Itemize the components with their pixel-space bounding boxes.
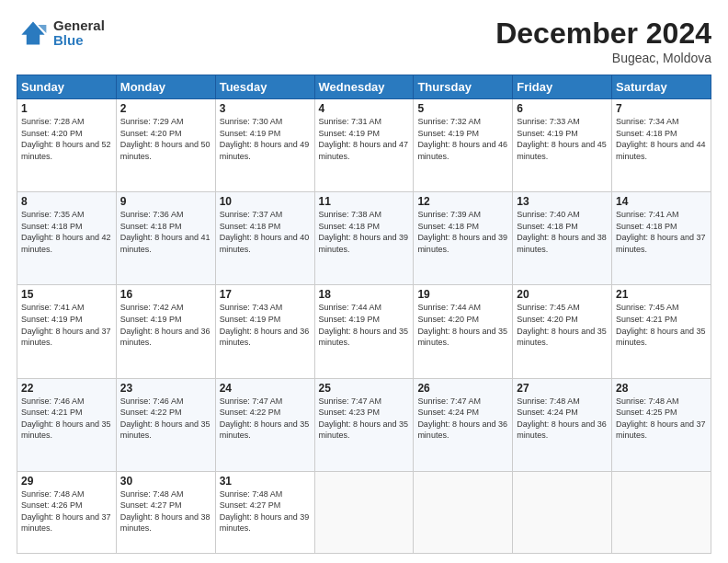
header: General Blue December 2024 Bugeac, Moldo… [17, 17, 711, 65]
day-3: 3 Sunrise: 7:30 AMSunset: 4:19 PMDayligh… [215, 99, 314, 192]
day-10: 10 Sunrise: 7:37 AMSunset: 4:18 PMDaylig… [215, 192, 314, 285]
day-21: 21 Sunrise: 7:45 AMSunset: 4:21 PMDaylig… [612, 285, 711, 378]
day-22: 22 Sunrise: 7:46 AMSunset: 4:21 PMDaylig… [17, 378, 117, 471]
day-23: 23 Sunrise: 7:46 AMSunset: 4:22 PMDaylig… [116, 378, 215, 471]
day-9: 9 Sunrise: 7:36 AMSunset: 4:18 PMDayligh… [116, 192, 215, 285]
day-19: 19 Sunrise: 7:44 AMSunset: 4:20 PMDaylig… [414, 285, 513, 378]
day-30: 30 Sunrise: 7:48 AMSunset: 4:27 PMDaylig… [116, 471, 215, 553]
day-14: 14 Sunrise: 7:41 AMSunset: 4:18 PMDaylig… [612, 192, 711, 285]
week-row-2: 8 Sunrise: 7:35 AMSunset: 4:18 PMDayligh… [17, 192, 711, 285]
day-17: 17 Sunrise: 7:43 AMSunset: 4:19 PMDaylig… [215, 285, 314, 378]
col-thursday: Thursday [414, 75, 513, 99]
empty-cell-3 [513, 471, 612, 553]
week-row-5: 29 Sunrise: 7:48 AMSunset: 4:26 PMDaylig… [17, 471, 711, 553]
day-4: 4 Sunrise: 7:31 AMSunset: 4:19 PMDayligh… [314, 99, 414, 192]
col-monday: Monday [116, 75, 215, 99]
week-row-1: 1 Sunrise: 7:28 AMSunset: 4:20 PMDayligh… [17, 99, 711, 192]
col-sunday: Sunday [17, 75, 117, 99]
day-29: 29 Sunrise: 7:48 AMSunset: 4:26 PMDaylig… [17, 471, 117, 553]
day-11: 11 Sunrise: 7:38 AMSunset: 4:18 PMDaylig… [314, 192, 414, 285]
page: General Blue December 2024 Bugeac, Moldo… [0, 0, 728, 563]
day-6: 6 Sunrise: 7:33 AMSunset: 4:19 PMDayligh… [513, 99, 612, 192]
day-2: 2 Sunrise: 7:29 AMSunset: 4:20 PMDayligh… [116, 99, 215, 192]
header-row: Sunday Monday Tuesday Wednesday Thursday… [17, 75, 711, 99]
month-title: December 2024 [495, 17, 711, 51]
logo-blue: Blue [53, 33, 105, 49]
day-31: 31 Sunrise: 7:48 AMSunset: 4:27 PMDaylig… [215, 471, 314, 553]
day-27: 27 Sunrise: 7:48 AMSunset: 4:24 PMDaylig… [513, 378, 612, 471]
logo-general: General [53, 18, 105, 34]
col-wednesday: Wednesday [314, 75, 414, 99]
day-18: 18 Sunrise: 7:44 AMSunset: 4:19 PMDaylig… [314, 285, 414, 378]
empty-cell-1 [314, 471, 414, 553]
week-row-3: 15 Sunrise: 7:41 AMSunset: 4:19 PMDaylig… [17, 285, 711, 378]
week-row-4: 22 Sunrise: 7:46 AMSunset: 4:21 PMDaylig… [17, 378, 711, 471]
day-24: 24 Sunrise: 7:47 AMSunset: 4:22 PMDaylig… [215, 378, 314, 471]
logo-text: General Blue [53, 18, 105, 49]
day-15: 15 Sunrise: 7:41 AMSunset: 4:19 PMDaylig… [17, 285, 117, 378]
col-saturday: Saturday [612, 75, 711, 99]
col-friday: Friday [513, 75, 612, 99]
day-12: 12 Sunrise: 7:39 AMSunset: 4:18 PMDaylig… [414, 192, 513, 285]
day-26: 26 Sunrise: 7:47 AMSunset: 4:24 PMDaylig… [414, 378, 513, 471]
day-1: 1 Sunrise: 7:28 AMSunset: 4:20 PMDayligh… [17, 99, 117, 192]
col-tuesday: Tuesday [215, 75, 314, 99]
day-20: 20 Sunrise: 7:45 AMSunset: 4:20 PMDaylig… [513, 285, 612, 378]
logo: General Blue [17, 17, 105, 50]
day-7: 7 Sunrise: 7:34 AMSunset: 4:18 PMDayligh… [612, 99, 711, 192]
location: Bugeac, Moldova [495, 51, 711, 65]
day-16: 16 Sunrise: 7:42 AMSunset: 4:19 PMDaylig… [116, 285, 215, 378]
day-28: 28 Sunrise: 7:48 AMSunset: 4:25 PMDaylig… [612, 378, 711, 471]
logo-icon [17, 17, 50, 50]
title-block: December 2024 Bugeac, Moldova [495, 17, 711, 65]
calendar-table: Sunday Monday Tuesday Wednesday Thursday… [17, 75, 711, 554]
day-5: 5 Sunrise: 7:32 AMSunset: 4:19 PMDayligh… [414, 99, 513, 192]
day-8: 8 Sunrise: 7:35 AMSunset: 4:18 PMDayligh… [17, 192, 117, 285]
day-25: 25 Sunrise: 7:47 AMSunset: 4:23 PMDaylig… [314, 378, 414, 471]
day-13: 13 Sunrise: 7:40 AMSunset: 4:18 PMDaylig… [513, 192, 612, 285]
empty-cell-2 [414, 471, 513, 553]
empty-cell-4 [612, 471, 711, 553]
